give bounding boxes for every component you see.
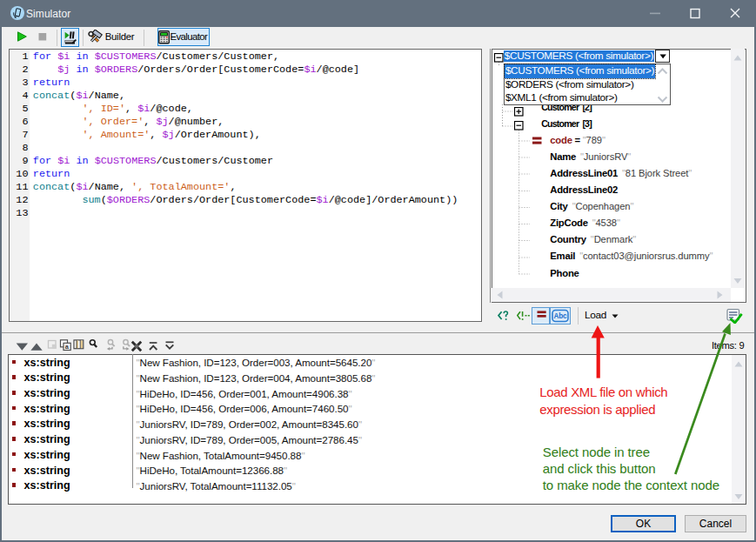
svg-text:Abc: Abc xyxy=(554,312,567,320)
